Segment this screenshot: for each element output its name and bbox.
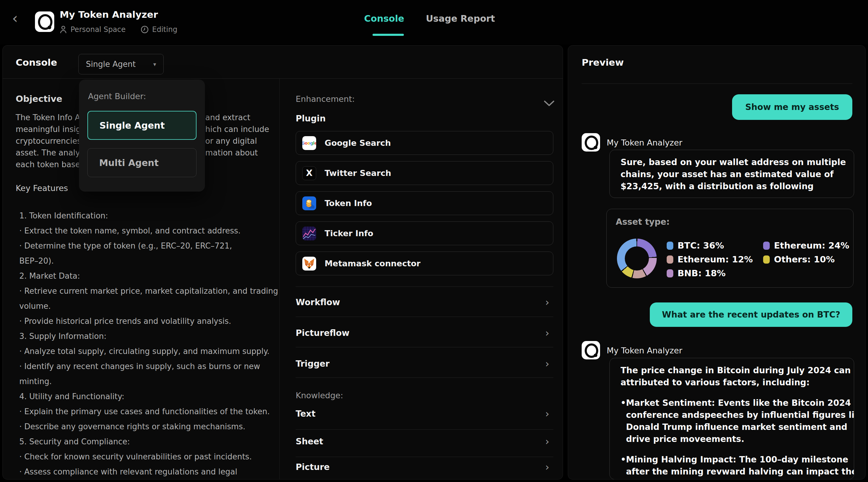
status-label: Editing xyxy=(152,25,178,34)
feature-line: · Analyze total supply, circulating supp… xyxy=(16,344,281,359)
legend-item: BNB: 18% xyxy=(667,268,726,278)
plugin-token-info[interactable]: Token Info xyxy=(296,191,553,215)
preview-panel: Preview Show me my assets My Token Analy… xyxy=(568,45,866,480)
message-line: Market Sentiment: Events like the Bitcoi… xyxy=(626,397,854,409)
plugin-twitter-search[interactable]: X Twitter Search xyxy=(296,161,553,185)
chevron-right-icon[interactable]: › xyxy=(545,296,550,308)
dropdown-label: Agent Builder: xyxy=(88,92,146,101)
legend-swatch xyxy=(667,269,673,278)
key-features-list: 1. Token Identification:· Extract the to… xyxy=(16,208,281,479)
app-meta: Personal Space Editing xyxy=(60,25,177,34)
objective-line-right: and extract xyxy=(205,113,250,122)
tab-usage-report[interactable]: Usage Report xyxy=(426,13,495,24)
message-line: Mining Halving Impact: The 100–day miles… xyxy=(626,454,854,466)
metamask-fox-icon xyxy=(302,257,316,270)
section-divider xyxy=(296,429,553,429)
back-chevron-icon[interactable]: ‹ xyxy=(12,11,18,25)
chevron-right-icon[interactable]: › xyxy=(545,461,550,473)
row-workflow[interactable]: Workflow xyxy=(296,297,340,307)
feature-line: · Provide historical price trends and vo… xyxy=(16,314,281,329)
feature-line: 1. Token Identification: xyxy=(16,208,281,223)
plugin-metamask-connector[interactable]: Metamask connector xyxy=(296,252,553,275)
app-title: My Token Analyzer xyxy=(60,9,158,20)
message-line: Sure, based on your wallet address on mu… xyxy=(621,156,845,168)
legend-item: Ethereum: 12% xyxy=(667,254,753,264)
space-label: Personal Space xyxy=(70,25,126,34)
asset-type-card: Asset type: BTC: 36% Ethereum: 12% BNB: … xyxy=(607,209,854,288)
feature-line: · Check for known security vulnerabiliti… xyxy=(16,449,281,464)
objective-line-left: asset. The analy xyxy=(16,148,80,157)
row-pictureflow[interactable]: Pictureflow xyxy=(296,328,350,338)
chevron-right-icon[interactable]: › xyxy=(545,327,550,339)
feature-line: 2. Market Data: xyxy=(16,268,281,284)
feature-line: volume. xyxy=(16,298,281,314)
ticker-chart-icon xyxy=(302,227,316,240)
agent-mode-value: Single Agent xyxy=(86,60,135,69)
message-line: $23,425, with a distribution as followin… xyxy=(621,181,845,193)
feature-line: 5. Security and Compliance: xyxy=(16,434,281,449)
tab-console[interactable]: Console xyxy=(364,13,404,24)
message-line: conference andspeeches by influential fi… xyxy=(626,409,854,421)
preview-title: Preview xyxy=(582,57,624,68)
message-bullet: • Mining Halving Impact: The 100–day mil… xyxy=(621,454,845,480)
option-multi-agent[interactable]: Multi Agent xyxy=(87,148,196,177)
chevron-right-icon[interactable]: › xyxy=(545,408,550,420)
message-line: Donald Trump influence market sentiment … xyxy=(626,421,854,433)
message-line: attributed to various factors, including… xyxy=(621,377,845,389)
message-line: drive price moveements. xyxy=(626,433,854,445)
plugin-ticker-info[interactable]: Ticker Info xyxy=(296,221,553,245)
row-knowledge-sheet[interactable]: Sheet xyxy=(296,437,323,446)
plugin-label: Token Info xyxy=(324,198,372,208)
agent-builder-dropdown: Agent Builder: Single Agent Multi Agent xyxy=(79,79,205,192)
preview-divider xyxy=(582,84,852,84)
caret-down-icon: ▾ xyxy=(153,61,156,67)
legend-swatch xyxy=(667,242,673,250)
legend-label: Others: 10% xyxy=(774,254,835,264)
message-bullet: • Market Sentiment: Events like the Bitc… xyxy=(621,397,845,445)
feature-line: · Describe any governance rights or stak… xyxy=(16,419,281,434)
legend-label: BTC: 36% xyxy=(678,240,724,251)
bullet-dot: • xyxy=(621,454,626,480)
legend-swatch xyxy=(763,255,770,264)
row-knowledge-text[interactable]: Text xyxy=(296,409,315,419)
feature-line: BEP–20). xyxy=(16,253,281,268)
active-tab-underline xyxy=(373,34,404,36)
feature-line: · Retrieve current market price, market … xyxy=(16,284,281,298)
legend-swatch xyxy=(667,255,673,264)
bullet-dot: • xyxy=(621,397,626,445)
message-line: supply dynamics of xyxy=(626,478,854,480)
google-icon: Google xyxy=(302,136,316,150)
option-single-agent[interactable]: Single Agent xyxy=(87,111,196,140)
console-title: Console xyxy=(16,57,57,68)
message-line: chains, your asset has an estimated valu… xyxy=(621,168,845,181)
feature-line: · Determine the type of token (e.g., ERC… xyxy=(16,238,281,253)
asset-type-label: Asset type: xyxy=(616,217,670,227)
agent-mode-select[interactable]: Single Agent ▾ xyxy=(79,54,164,74)
row-knowledge-picture[interactable]: Picture xyxy=(296,462,330,472)
chevron-right-icon[interactable]: › xyxy=(545,435,550,447)
plugin-google-search[interactable]: Google Google Search xyxy=(296,131,553,155)
twitter-x-icon: X xyxy=(302,166,316,180)
bot-name: My Token Analyzer xyxy=(607,138,682,147)
objective-line-right: or any digital xyxy=(205,136,257,146)
objective-line-right: hich can include xyxy=(205,125,269,134)
asset-donut-chart xyxy=(617,238,657,278)
token-coins-icon xyxy=(302,196,316,210)
row-trigger[interactable]: Trigger xyxy=(296,359,330,369)
feature-line: · Extract the token name, symbol, and co… xyxy=(16,223,281,238)
plugin-label: Twitter Search xyxy=(324,168,391,178)
chevron-down-icon[interactable] xyxy=(544,100,555,108)
chevron-right-icon[interactable]: › xyxy=(545,358,550,369)
feature-line: minting. xyxy=(16,374,281,389)
message-line: after the mining revward halving can imp… xyxy=(626,466,854,478)
objective-line-left: each token base xyxy=(16,160,80,169)
feature-line: · Assess compliance with relevant regula… xyxy=(16,464,281,479)
plugin-group-label: Plugin xyxy=(296,114,326,124)
user-message-bubble: Show me my assets xyxy=(732,94,852,120)
clock-icon xyxy=(141,26,149,33)
section-divider xyxy=(296,378,553,378)
objective-line-left: cryptocurrencies xyxy=(16,136,82,146)
legend-item: Others: 10% xyxy=(763,254,835,264)
objective-line-left: meaningful insig xyxy=(16,125,81,134)
section-divider xyxy=(296,347,553,347)
